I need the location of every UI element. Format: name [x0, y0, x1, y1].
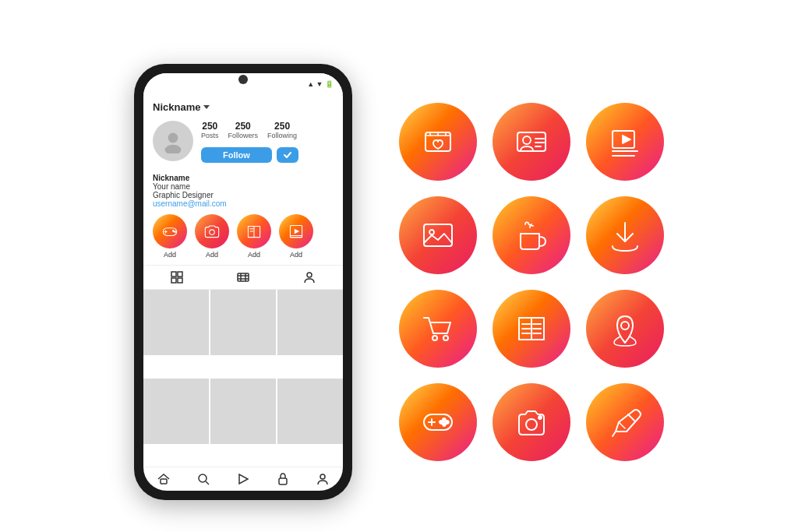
play-icon — [236, 472, 250, 486]
svg-point-25 — [307, 273, 312, 277]
svg-rect-46 — [424, 224, 452, 246]
phone-screen: ▲ ▼ 🔋 Nickname — [143, 73, 343, 491]
video-heart-icon — [419, 123, 457, 160]
book-icon-small — [244, 221, 264, 241]
camera-icon — [513, 403, 550, 441]
highlight-circle-4 — [279, 214, 313, 248]
gamepad-icon — [419, 403, 457, 441]
svg-point-27 — [199, 474, 207, 482]
photo-1[interactable] — [143, 290, 209, 355]
playlist-icon-small — [286, 221, 306, 241]
svg-rect-16 — [171, 272, 176, 277]
bio-email[interactable]: username@mail.com — [153, 199, 334, 208]
followers-stat: 250 Followers — [228, 121, 259, 139]
svg-marker-43 — [623, 136, 630, 143]
photo-5[interactable] — [210, 379, 276, 444]
svg-point-7 — [175, 231, 176, 232]
image-icon-circle[interactable] — [399, 196, 477, 274]
nav-lock[interactable] — [263, 472, 303, 486]
highlights-row: Add Add — [143, 214, 343, 265]
pen-icon — [606, 403, 644, 441]
svg-line-70 — [628, 414, 634, 421]
book-icon — [513, 310, 550, 347]
svg-rect-30 — [279, 478, 287, 484]
chevron-down-icon[interactable] — [203, 105, 210, 109]
svg-rect-19 — [178, 278, 182, 283]
svg-point-6 — [173, 230, 175, 231]
download-icon-circle[interactable] — [586, 196, 664, 274]
svg-point-58 — [621, 322, 629, 329]
follow-button[interactable]: Follow — [201, 147, 272, 163]
photo-2[interactable] — [210, 290, 276, 355]
svg-point-68 — [538, 416, 542, 419]
posts-count: 250 — [202, 121, 217, 132]
nav-profile[interactable] — [303, 472, 343, 486]
nav-home[interactable] — [143, 472, 183, 486]
highlight-3[interactable]: Add — [237, 214, 271, 259]
photo-4[interactable] — [143, 379, 209, 444]
image-icon — [419, 217, 457, 254]
camera-icon-circle[interactable] — [493, 383, 570, 461]
bottom-nav — [143, 467, 343, 491]
coffee-icon-circle[interactable] — [493, 196, 570, 274]
grid-icon — [170, 270, 184, 284]
checkmark-button[interactable] — [277, 147, 298, 163]
location-icon — [606, 310, 644, 347]
svg-marker-13 — [295, 228, 300, 234]
avatar — [153, 121, 193, 161]
search-icon — [196, 472, 210, 486]
status-icons: ▲ ▼ 🔋 — [307, 80, 334, 88]
gamepad-icon-small — [160, 221, 180, 241]
coffee-icon — [513, 217, 550, 254]
bio-section: Nickname Your name Graphic Designer user… — [143, 174, 343, 208]
highlight-circle-1 — [153, 214, 187, 248]
svg-rect-20 — [238, 273, 249, 281]
svg-rect-18 — [171, 278, 176, 283]
stats-row: 250 Posts 250 Followers 250 Following — [201, 121, 334, 139]
video-heart-icon-circle[interactable] — [399, 103, 477, 181]
status-bar: ▲ ▼ 🔋 — [143, 73, 343, 95]
svg-point-1 — [165, 144, 182, 153]
checkmark-icon — [283, 150, 292, 160]
photo-3[interactable] — [277, 290, 343, 355]
bio-title: Graphic Designer — [153, 191, 334, 199]
user-tab[interactable] — [277, 270, 343, 284]
highlight-2[interactable]: Add — [195, 214, 229, 259]
gamepad-icon-circle[interactable] — [399, 383, 477, 461]
icons-grid — [399, 103, 664, 461]
svg-point-65 — [440, 421, 443, 424]
highlight-1[interactable]: Add — [153, 214, 187, 259]
svg-point-8 — [210, 229, 215, 234]
book-icon-circle[interactable] — [493, 290, 570, 368]
profile-icon — [316, 472, 330, 486]
username-label: Nickname — [153, 101, 200, 113]
highlight-4-label: Add — [290, 251, 302, 259]
bio-realname: Your name — [153, 182, 334, 191]
svg-line-71 — [619, 422, 625, 428]
video-tab[interactable] — [210, 270, 276, 284]
playlist-icon — [606, 123, 644, 160]
followers-label: Followers — [228, 132, 259, 139]
grid-tab[interactable] — [143, 270, 210, 284]
photo-grid — [143, 290, 343, 467]
home-icon — [157, 472, 171, 486]
location-icon-circle[interactable] — [586, 290, 664, 368]
posts-label: Posts — [201, 132, 219, 139]
pen-icon-circle[interactable] — [586, 383, 664, 461]
cart-icon-circle[interactable] — [399, 290, 477, 368]
svg-marker-29 — [239, 474, 248, 484]
user-icon-tab — [302, 270, 316, 284]
nav-search[interactable] — [183, 472, 223, 486]
svg-point-0 — [168, 132, 178, 143]
highlight-3-label: Add — [248, 251, 260, 259]
svg-point-63 — [443, 418, 446, 421]
playlist-icon-circle[interactable] — [586, 103, 664, 181]
id-card-icon-circle[interactable] — [493, 103, 570, 181]
main-container: ▲ ▼ 🔋 Nickname — [16, 16, 782, 532]
nav-play[interactable] — [223, 472, 263, 486]
cart-icon — [419, 310, 457, 347]
highlight-4[interactable]: Add — [279, 214, 313, 259]
highlight-1-label: Add — [164, 251, 176, 259]
svg-point-49 — [433, 336, 437, 340]
photo-6[interactable] — [277, 379, 343, 444]
